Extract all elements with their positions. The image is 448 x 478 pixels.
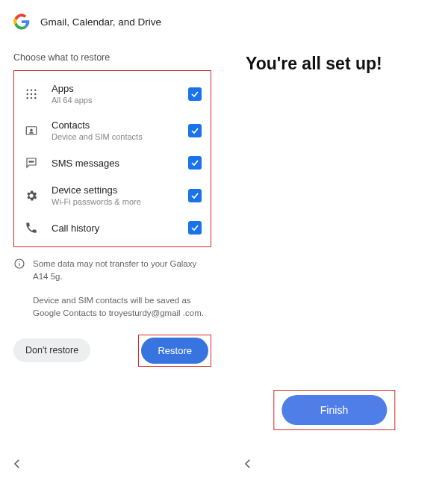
finish-button[interactable]: Finish — [281, 395, 387, 425]
header-title: Gmail, Calendar, and Drive — [40, 16, 161, 28]
sms-checkbox[interactable] — [188, 156, 202, 170]
info-text-1: Some data may not transfer to your Galax… — [33, 258, 211, 282]
dont-restore-button[interactable]: Don't restore — [13, 338, 90, 362]
restore-item-label: Contacts — [52, 120, 188, 131]
restore-item-text: Contacts Device and SIM contacts — [52, 120, 188, 141]
choose-subhead: Choose what to restore — [13, 52, 211, 63]
restore-item-label: Device settings — [52, 184, 188, 196]
svg-point-11 — [29, 161, 31, 163]
restore-item-sms[interactable]: SMS messages — [17, 149, 208, 177]
calls-checkbox[interactable] — [188, 221, 202, 235]
apps-checkbox[interactable] — [188, 87, 202, 101]
info-icon — [13, 258, 25, 282]
restore-item-text: SMS messages — [52, 158, 188, 169]
restore-item-text: Call history — [52, 223, 188, 234]
sms-icon — [22, 156, 41, 170]
restore-item-text: Device settings Wi-Fi passwords & more — [52, 184, 188, 206]
highlight-box: Finish — [273, 390, 395, 430]
svg-point-2 — [34, 89, 36, 90]
restore-item-settings[interactable]: Device settings Wi-Fi passwords & more — [17, 177, 208, 214]
svg-point-0 — [27, 89, 28, 90]
restore-item-label: Call history — [52, 223, 188, 234]
restore-item-label: SMS messages — [52, 158, 188, 169]
restore-item-apps[interactable]: Apps All 64 apps — [17, 75, 208, 112]
restore-options-box: Apps All 64 apps Contacts Device and SIM… — [13, 70, 211, 247]
svg-point-7 — [31, 97, 32, 99]
finish-screen: You're all set up! Finish — [220, 0, 448, 478]
gear-icon — [22, 189, 41, 202]
svg-point-5 — [34, 93, 36, 94]
svg-point-8 — [34, 97, 36, 99]
info-row: Some data may not transfer to your Galax… — [13, 258, 211, 282]
restore-item-text: Apps All 64 apps — [52, 83, 188, 105]
svg-point-3 — [27, 93, 28, 94]
svg-point-13 — [33, 161, 34, 163]
info-text-2: Device and SIM contacts will be saved as… — [33, 294, 211, 319]
settings-checkbox[interactable] — [188, 189, 202, 202]
svg-point-12 — [31, 161, 32, 163]
restore-button[interactable]: Restore — [141, 338, 208, 364]
contacts-icon — [22, 124, 41, 137]
highlight-box: Restore — [138, 335, 211, 367]
google-logo-icon — [13, 13, 30, 30]
svg-point-1 — [31, 89, 32, 90]
restore-item-label: Apps — [52, 83, 188, 94]
restore-item-contacts[interactable]: Contacts Device and SIM contacts — [17, 112, 208, 149]
restore-item-sub: All 64 apps — [52, 96, 188, 105]
finish-wrap: Finish — [273, 390, 395, 430]
apps-grid-icon — [22, 87, 41, 101]
svg-point-6 — [27, 97, 28, 99]
button-row: Don't restore Restore — [13, 335, 211, 367]
svg-point-16 — [19, 261, 19, 262]
restore-item-sub: Device and SIM contacts — [52, 132, 188, 141]
restore-item-calls[interactable]: Call history — [17, 214, 208, 242]
svg-point-10 — [30, 128, 32, 131]
svg-point-4 — [31, 93, 32, 94]
restore-screen: Gmail, Calendar, and Drive Choose what t… — [0, 0, 220, 478]
contacts-checkbox[interactable] — [188, 124, 202, 137]
back-chevron-icon[interactable] — [10, 457, 24, 474]
phone-icon — [22, 221, 41, 235]
back-chevron-icon[interactable] — [241, 457, 255, 474]
finish-heading: You're all set up! — [246, 54, 435, 74]
header: Gmail, Calendar, and Drive — [13, 13, 211, 30]
restore-item-sub: Wi-Fi passwords & more — [52, 197, 188, 206]
